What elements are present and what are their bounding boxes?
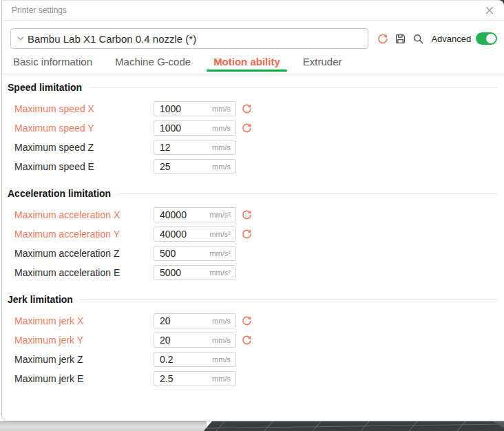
search-icon[interactable] xyxy=(412,33,424,45)
section-divider xyxy=(89,87,497,88)
unit-label: mm/s xyxy=(212,143,235,151)
setting-label: Maximum speed E xyxy=(14,161,154,172)
value-box: mm/s xyxy=(154,120,236,136)
setting-row: Maximum jerk Y mm/s xyxy=(2,330,504,350)
printer-preset-select[interactable]: Bambu Lab X1 Carbon 0.4 nozzle (*) xyxy=(10,28,368,49)
setting-label: Maximum jerk Z xyxy=(14,354,154,365)
build-plate-edge xyxy=(0,421,207,431)
setting-label: Maximum speed Y xyxy=(14,123,154,134)
row-undo-icon[interactable] xyxy=(241,335,252,346)
value-input[interactable] xyxy=(154,315,208,326)
value-input[interactable] xyxy=(154,248,208,259)
value-box: mm/s² xyxy=(154,227,236,242)
preset-row: Bambu Lab X1 Carbon 0.4 nozzle (*) Advan… xyxy=(2,21,504,55)
tabbar: Basic information Machine G-code Motion … xyxy=(2,55,504,74)
unit-label: mm/s² xyxy=(209,249,235,257)
unit-label: mm/s² xyxy=(209,211,235,219)
value-input[interactable] xyxy=(154,267,208,278)
row-undo-icon[interactable] xyxy=(241,229,252,240)
section-header: Acceleration limitation xyxy=(8,187,497,200)
setting-row: Maximum jerk Z mm/s xyxy=(2,350,504,369)
tab-extruder[interactable]: Extruder xyxy=(296,56,349,74)
section-header: Speed limitation xyxy=(8,81,497,94)
preset-value: Bambu Lab X1 Carbon 0.4 nozzle (*) xyxy=(28,33,196,45)
setting-row: Maximum acceleration X mm/s² xyxy=(2,205,504,224)
setting-label: Maximum jerk Y xyxy=(14,335,154,346)
advanced-toggle[interactable] xyxy=(476,32,497,45)
section-divider xyxy=(118,193,497,194)
value-box: mm/s² xyxy=(154,207,236,222)
settings-content: Speed limitation Maximum speed X mm/s Ma… xyxy=(2,81,504,388)
setting-label: Maximum speed Z xyxy=(14,142,154,153)
value-box: mm/s xyxy=(154,140,236,155)
setting-row: Maximum jerk E mm/s xyxy=(2,369,504,388)
row-undo-icon[interactable] xyxy=(241,315,252,326)
tab-basic-information[interactable]: Basic information xyxy=(6,56,99,74)
value-input[interactable] xyxy=(154,209,208,220)
value-box: mm/s xyxy=(154,313,236,328)
undo-icon[interactable] xyxy=(377,33,388,45)
row-undo-icon[interactable] xyxy=(241,123,252,134)
setting-row: Maximum jerk X mm/s xyxy=(2,311,504,330)
value-box: mm/s xyxy=(154,101,236,116)
value-box: mm/s xyxy=(154,159,236,174)
close-icon[interactable] xyxy=(483,4,496,17)
value-box: mm/s² xyxy=(154,265,236,280)
setting-label: Maximum jerk X xyxy=(14,315,154,326)
settings-section: Jerk limitation Maximum jerk X mm/s Maxi… xyxy=(2,293,504,388)
value-input[interactable] xyxy=(154,229,208,240)
viewport-strip xyxy=(0,421,504,431)
section-header: Jerk limitation xyxy=(8,293,497,306)
value-input[interactable] xyxy=(154,354,208,365)
setting-label: Maximum jerk E xyxy=(14,373,154,384)
section-divider xyxy=(80,299,497,300)
unit-label: mm/s xyxy=(212,162,235,171)
setting-row: Maximum speed E mm/s xyxy=(2,157,504,176)
setting-label: Maximum acceleration E xyxy=(14,267,154,278)
unit-label: mm/s xyxy=(212,375,235,383)
tab-machine-gcode[interactable]: Machine G-code xyxy=(108,56,198,74)
unit-label: mm/s xyxy=(212,124,235,132)
setting-row: Maximum acceleration Z mm/s² xyxy=(2,244,504,263)
section-title: Speed limitation xyxy=(8,82,82,93)
unit-label: mm/s² xyxy=(209,230,235,238)
setting-label: Maximum speed X xyxy=(14,103,154,114)
value-input[interactable] xyxy=(154,335,208,346)
setting-row: Maximum speed Y mm/s xyxy=(2,118,504,138)
value-input[interactable] xyxy=(154,161,208,172)
section-title: Acceleration limitation xyxy=(8,188,111,199)
tab-motion-ability[interactable]: Motion ability xyxy=(207,56,287,74)
value-box: mm/s xyxy=(154,371,236,386)
section-title: Jerk limitation xyxy=(8,294,73,305)
row-undo-icon[interactable] xyxy=(241,103,252,114)
setting-row: Maximum acceleration E mm/s² xyxy=(2,263,504,282)
value-box: mm/s xyxy=(154,352,236,367)
row-undo-icon[interactable] xyxy=(241,209,252,220)
value-box: mm/s xyxy=(154,333,236,348)
advanced-label: Advanced xyxy=(431,34,471,44)
dialog-title: Printer settings xyxy=(12,6,483,15)
toggle-knob xyxy=(486,34,496,43)
value-input[interactable] xyxy=(154,103,208,114)
unit-label: mm/s xyxy=(212,336,235,344)
build-plate-grid xyxy=(204,421,504,431)
settings-section: Acceleration limitation Maximum accelera… xyxy=(2,187,504,282)
settings-section: Speed limitation Maximum speed X mm/s Ma… xyxy=(2,81,504,176)
unit-label: mm/s xyxy=(212,355,235,364)
unit-label: mm/s xyxy=(212,317,235,325)
value-input[interactable] xyxy=(154,142,208,153)
chevron-down-icon xyxy=(15,33,26,44)
save-icon[interactable] xyxy=(395,33,406,45)
setting-row: Maximum speed Z mm/s xyxy=(2,138,504,157)
setting-row: Maximum speed X mm/s xyxy=(2,99,504,118)
unit-label: mm/s² xyxy=(209,269,235,277)
value-input[interactable] xyxy=(154,123,208,134)
setting-label: Maximum acceleration Z xyxy=(14,248,154,259)
titlebar: Printer settings xyxy=(2,1,504,21)
value-input[interactable] xyxy=(154,373,208,384)
value-box: mm/s² xyxy=(154,246,236,261)
printer-settings-dialog: Printer settings Bambu Lab X1 Carbon 0.4… xyxy=(1,0,504,421)
unit-label: mm/s xyxy=(212,105,235,113)
setting-label: Maximum acceleration Y xyxy=(14,229,154,240)
setting-label: Maximum acceleration X xyxy=(14,209,154,220)
